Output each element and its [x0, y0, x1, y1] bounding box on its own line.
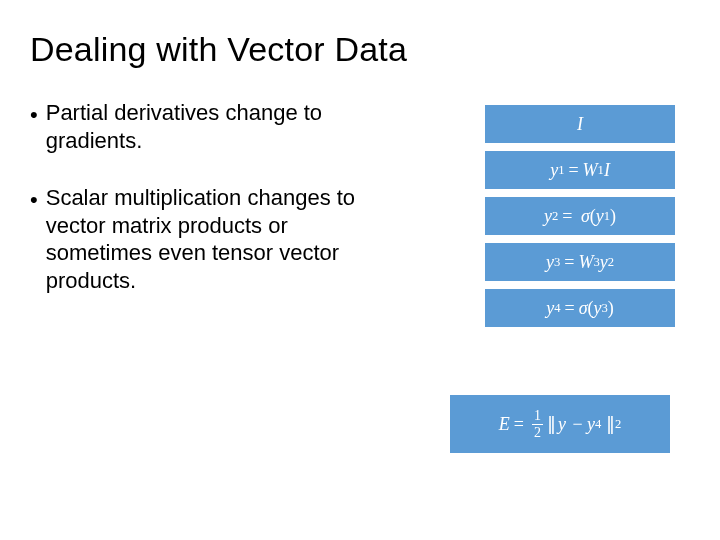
- bullet-item: • Partial derivatives change to gradient…: [30, 99, 400, 154]
- bullet-list: • Partial derivatives change to gradient…: [30, 99, 400, 324]
- eq-equals: =: [568, 160, 578, 181]
- equation-box-y4: y4 = σ(y3): [485, 289, 675, 327]
- content-area: • Partial derivatives change to gradient…: [30, 99, 690, 324]
- eq-var: y: [594, 298, 602, 319]
- bullet-text: Partial derivatives change to gradients.: [46, 99, 400, 154]
- eq-norm-close: ‖: [606, 413, 615, 435]
- eq-var: W: [578, 252, 593, 273]
- equation-column: I y1 = W1 I y2 = σ(y1) y3 = W3 y2 y4: [485, 105, 675, 327]
- eq-symbol: I: [577, 114, 583, 135]
- eq-sub: 2: [608, 255, 614, 270]
- eq-var: y: [587, 414, 595, 435]
- bullet-item: • Scalar multiplication changes to vecto…: [30, 184, 400, 294]
- eq-equals: =: [564, 252, 574, 273]
- eq-norm-open: ‖: [547, 413, 556, 435]
- eq-sigma: σ: [581, 206, 590, 227]
- eq-sub: 2: [552, 209, 558, 224]
- eq-var: y: [558, 414, 566, 435]
- bullet-dot-icon: •: [30, 186, 38, 214]
- eq-sub: 4: [595, 417, 601, 432]
- eq-var: y: [596, 206, 604, 227]
- equation-box-y2: y2 = σ(y1): [485, 197, 675, 235]
- equation-box-error: E = 1 2 ‖ y − y4 ‖2: [450, 395, 670, 453]
- eq-sub: 1: [558, 163, 564, 178]
- equation-box-y3: y3 = W3 y2: [485, 243, 675, 281]
- equation-box-input: I: [485, 105, 675, 143]
- slide: Dealing with Vector Data • Partial deriv…: [0, 0, 720, 540]
- eq-equals: =: [564, 298, 574, 319]
- eq-equals: =: [514, 414, 524, 435]
- equation-box-y1: y1 = W1 I: [485, 151, 675, 189]
- bullet-dot-icon: •: [30, 101, 38, 129]
- eq-fraction: 1 2: [532, 409, 543, 440]
- eq-sigma: σ: [579, 298, 588, 319]
- eq-paren: ): [608, 298, 614, 319]
- eq-var: I: [604, 160, 610, 181]
- eq-minus: −: [572, 414, 582, 435]
- slide-title: Dealing with Vector Data: [30, 30, 690, 69]
- eq-sub: 3: [554, 255, 560, 270]
- eq-var: E: [499, 414, 510, 435]
- eq-paren: ): [610, 206, 616, 227]
- eq-var: y: [546, 252, 554, 273]
- eq-exp: 2: [615, 417, 621, 432]
- eq-sub: 4: [554, 301, 560, 316]
- eq-var: y: [546, 298, 554, 319]
- eq-frac-den: 2: [534, 425, 541, 440]
- eq-var: y: [550, 160, 558, 181]
- eq-var: W: [583, 160, 598, 181]
- eq-var: y: [600, 252, 608, 273]
- eq-frac-num: 1: [532, 409, 543, 425]
- bullet-text: Scalar multiplication changes to vector …: [46, 184, 400, 294]
- eq-var: y: [544, 206, 552, 227]
- eq-equals: =: [562, 206, 572, 227]
